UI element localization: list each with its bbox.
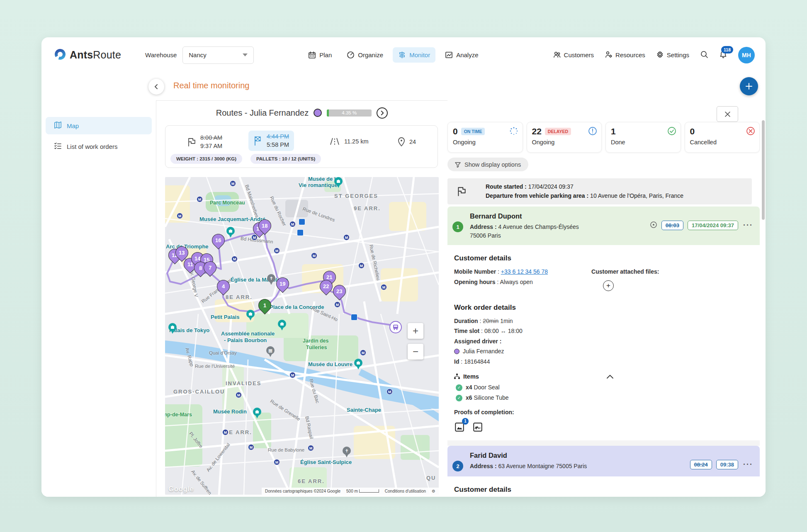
notification-count-badge: 118 xyxy=(721,46,733,53)
search-button[interactable] xyxy=(700,50,708,60)
pallets-badge: PALLETS : 10 / 12 (UNITS) xyxy=(250,154,321,164)
map-label-street: Rue du Rocher xyxy=(269,195,287,226)
proofs-label: Proofs of completion: xyxy=(454,407,753,418)
status-count: 1 xyxy=(611,126,616,136)
gauge-icon xyxy=(347,51,355,59)
metro-station-icon: M xyxy=(289,372,296,378)
map-label-district: QU xyxy=(426,475,436,481)
tab-plan[interactable]: Plan xyxy=(303,47,337,63)
nav-resources[interactable]: Resources xyxy=(605,51,645,60)
checklist-icon xyxy=(54,142,62,151)
duration-row: Duration : 20min 1min xyxy=(454,316,753,326)
stop-menu-button[interactable]: ··· xyxy=(743,221,753,230)
map-stop-marker-23[interactable]: 23 xyxy=(331,282,349,301)
map-attribution-text: Données cartographiques ©2024 Google xyxy=(265,489,340,493)
map-zoom-out-button[interactable]: − xyxy=(408,344,423,360)
map-stop-marker-1[interactable]: 1 xyxy=(256,296,274,315)
person-gear-icon xyxy=(605,51,613,60)
status-card-on-time[interactable]: 0ON TIMEOngoing xyxy=(447,122,523,153)
locate-stop-icon[interactable] xyxy=(650,221,657,230)
metro-station-icon: M xyxy=(360,350,366,356)
brand-logo[interactable]: AntsRoute xyxy=(54,48,121,62)
status-card-delayed[interactable]: 22DELAYEDOngoing xyxy=(527,122,602,153)
map-label-district: 9E ARR. xyxy=(354,205,381,211)
show-display-options-button[interactable]: Show display options xyxy=(447,158,528,171)
poi-pin-icon xyxy=(334,177,343,185)
spinner-icon xyxy=(509,126,518,137)
map-label-park: Jardin des xyxy=(303,338,329,344)
metro-station-icon: M xyxy=(197,196,203,202)
close-panel-button[interactable] xyxy=(717,106,738,122)
flag-icon xyxy=(457,186,467,197)
route-stats-card: 8:00 AM9:37 AM 4:44 PM5:58 PM 11.25 km 2… xyxy=(165,125,438,168)
road-icon xyxy=(329,137,340,146)
map-terms-link[interactable]: Conditions d'utilisation xyxy=(385,489,426,493)
metro-station-icon: M xyxy=(386,389,393,395)
next-route-button[interactable] xyxy=(377,107,388,119)
chevron-right-icon xyxy=(380,111,384,115)
map-stop-marker-4[interactable]: 4 xyxy=(214,277,233,296)
nav-settings[interactable]: Settings xyxy=(656,51,689,60)
proof-photo-button[interactable]: 1 xyxy=(454,422,465,434)
landmark-pin-icon: ✝ xyxy=(343,447,351,455)
map-stop-marker-19[interactable]: 19 xyxy=(274,275,292,293)
proof-signature-button[interactable] xyxy=(472,422,483,434)
sidebar-item-map[interactable]: Map xyxy=(46,117,152,134)
actual-time-chip: 09:38 xyxy=(716,460,738,469)
photo-count-badge: 1 xyxy=(462,418,469,425)
metro-station-icon: M xyxy=(236,392,242,398)
assigned-driver-row: Julia Fernandez xyxy=(454,346,753,357)
map-zoom-in-button[interactable]: + xyxy=(408,323,423,339)
map-label-street: Rue de Babylone xyxy=(268,447,304,452)
filter-icon xyxy=(455,162,461,168)
tab-monitor[interactable]: Monitor xyxy=(393,47,435,63)
poi-pin-icon xyxy=(354,359,362,367)
stop-card-farid-david[interactable]: 2 Farid David Address : 63 Avenue Montai… xyxy=(447,446,760,497)
nav-label: Settings xyxy=(667,51,689,58)
status-card-done[interactable]: 1Done xyxy=(605,122,681,153)
status-card-cancelled[interactable]: 0Cancelled xyxy=(685,122,760,153)
metro-station-icon: M xyxy=(381,284,387,290)
sidebar-item-list-of-work-orders[interactable]: List of work orders xyxy=(46,138,152,155)
signature-icon xyxy=(472,422,483,432)
close-icon xyxy=(725,112,730,117)
status-badge: ON TIME xyxy=(461,128,485,135)
stop-menu-button[interactable]: ··· xyxy=(743,460,753,469)
route-header: Routes - Julia Fernandez 4.35 % xyxy=(165,104,439,122)
chevron-up-icon[interactable] xyxy=(607,373,613,380)
back-button[interactable] xyxy=(148,79,164,95)
vehicle-position-icon[interactable] xyxy=(389,321,402,333)
status-cards-row: 0ON TIMEOngoing22DELAYEDOngoing1Done0Can… xyxy=(447,122,760,153)
stop-card-bernard-dupont[interactable]: 1 Bernard Dupont Address : 4 Avenue des … xyxy=(447,206,760,434)
mobile-number-link[interactable]: +33 6 12 34 56 78 xyxy=(501,268,548,275)
warehouse-select[interactable]: Nancy xyxy=(182,46,254,64)
metro-station-icon: M xyxy=(289,221,296,227)
poi-pin-icon xyxy=(246,310,255,318)
driver-color-dot xyxy=(454,349,459,354)
checkered-flag-icon xyxy=(253,136,263,146)
add-button[interactable] xyxy=(740,77,758,95)
panel-scrollbar[interactable] xyxy=(762,120,765,220)
map-label-street: Bd Malesherbes xyxy=(244,184,260,219)
nav-label: Resources xyxy=(615,51,645,58)
items-section-header[interactable]: Items xyxy=(454,373,753,380)
cancel-circle-icon xyxy=(746,126,755,137)
map-label-district: 7E ARR. xyxy=(225,429,252,435)
map-label-poi: Sainte-Chape xyxy=(347,407,381,413)
map-label-street: Av. de Lowendal xyxy=(205,442,231,473)
notifications-button[interactable]: 118 xyxy=(719,50,727,60)
app-window: AntsRoute Warehouse Nancy PlanOrganizeMo… xyxy=(41,37,766,497)
tab-organize[interactable]: Organize xyxy=(341,47,389,63)
add-file-button[interactable]: + xyxy=(603,280,614,291)
metro-station-icon: M xyxy=(311,253,317,259)
nav-customers[interactable]: Customers xyxy=(553,51,594,60)
user-avatar[interactable]: MH xyxy=(738,47,755,63)
tab-analyze[interactable]: Analyze xyxy=(440,47,484,63)
map-settings-icon[interactable]: ⚙ xyxy=(432,489,435,493)
tab-label: Organize xyxy=(358,51,383,58)
map-stop-marker-16[interactable]: 16 xyxy=(209,231,228,250)
status-count: 22 xyxy=(532,126,542,136)
poi-pin-icon xyxy=(226,227,235,235)
map-canvas[interactable]: Musée de laVie romantiqueST GEORGES9E AR… xyxy=(165,177,439,495)
metro-station-icon: M xyxy=(343,234,350,240)
